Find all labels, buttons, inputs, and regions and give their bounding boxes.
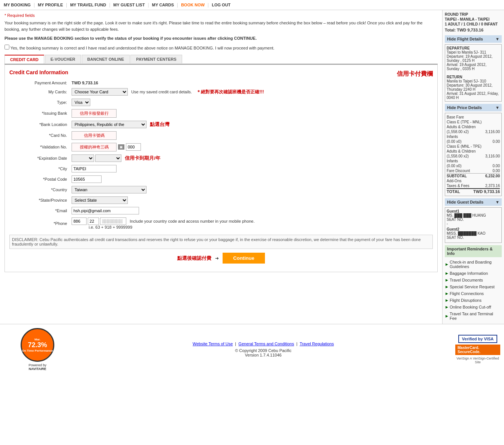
reminder-arrow-checkin: ▶ [446, 262, 448, 266]
reminder-flight-disruptions[interactable]: ▶ Flight Disruptions [445, 297, 502, 304]
expiry-cell: 信用卡到期月/年 [69, 153, 433, 163]
ontime-month: Mar. [34, 338, 40, 341]
issuing-bank-cn: 信用卡核發銀行 [72, 109, 117, 118]
tab-evoucher[interactable]: E-VOUCHER [45, 55, 81, 63]
reminders-section: Important Reminders & Info ▶ Check-in an… [445, 245, 502, 322]
payment-amount-label: Payment Amount: [9, 79, 69, 87]
reminder-flight-connections[interactable]: ▶ Flight Connections [445, 290, 502, 297]
reminder-travel-tax[interactable]: ▶ Travel Tax and Terminal Fee [445, 310, 502, 322]
email-label: *Email [9, 205, 69, 216]
bank-location-cell: Philippines, Republic of the 點選台灣 [69, 119, 433, 130]
email-input[interactable] [72, 207, 139, 214]
reminder-booking-cutoff[interactable]: ▶ Online Booking Cut-off [445, 304, 502, 310]
hide-flight-toggle[interactable]: Hide Flight Details ▼ [445, 35, 502, 43]
expiry-month-select[interactable] [72, 154, 94, 162]
validation-cn: 授權的神奇三碼 [72, 143, 117, 151]
postal-input[interactable] [72, 175, 102, 183]
reminder-connections-label: Flight Connections [450, 291, 484, 296]
footer-center: Website Terms of Use | General Terms and… [71, 342, 455, 357]
bank-location-select[interactable]: Philippines, Republic of the [72, 121, 147, 128]
tab-payment-centers[interactable]: PAYMENT CENTERS [130, 55, 182, 63]
cc-form-table: Payment Amount: TWD 9,733.16 My Cards: C… [9, 79, 433, 231]
nav-my-profile[interactable]: MY PROFILE [38, 3, 63, 7]
price-toggle-icon: ▼ [495, 105, 500, 110]
phone-label: *Phone [9, 216, 69, 231]
hide-price-toggle[interactable]: Hide Price Details ▼ [445, 104, 502, 111]
footer-copyright: © Copyright 2009 Cebu Pacific [71, 348, 455, 353]
departure-label: DEPARTURE [447, 46, 500, 50]
validation-label: *Validation No. [9, 141, 69, 153]
return-route: Manila to Taipei 5J- 310 [447, 79, 500, 83]
left-panel: * Required fields Your booking summary i… [0, 10, 442, 324]
cc-form-cn-title: 信用卡付費欄 [68, 70, 433, 78]
phone-country-input[interactable] [72, 217, 87, 225]
phone-number-input[interactable] [100, 217, 126, 225]
continue-area: 點選後確認付費 ➜ Continue [9, 253, 433, 264]
bank-location-cn: 點選台灣 [150, 121, 169, 127]
type-cell: Visa [69, 97, 433, 108]
nav-log-out[interactable]: LOG OUT [212, 3, 230, 7]
phone-area-input[interactable] [88, 217, 99, 225]
cvv-input[interactable] [126, 143, 141, 151]
issuing-bank-label: *Issuing Bank [9, 108, 69, 119]
reminder-arrow-travel-docs: ▶ [446, 278, 448, 282]
trip-passengers: 1 ADULT / 1 CHILD / 0 INFANT [445, 22, 502, 26]
reminder-checkin[interactable]: ▶ Check-in and Boarding Guidelines [445, 259, 502, 270]
guest2: Guest2 MISS. ███████ KAO SEAT NO. [447, 227, 500, 240]
trip-info: ROUND TRIP TAIPEI - MANILA - TAIPEI 1 AD… [445, 12, 502, 32]
footer-travel-reg-link[interactable]: Travel Regulations [300, 342, 334, 346]
nav-travel-fund[interactable]: MY TRAVEL FUND [70, 3, 106, 7]
footer: Mar. 72.3% On Time Performance Powered b… [0, 324, 504, 375]
city-label: *City [9, 163, 69, 174]
reminder-arrow-tax: ▶ [446, 314, 448, 318]
nav-my-booking[interactable]: MY BOOKING [4, 3, 31, 7]
verisign-badge: VeriSign A VeriSign-Certified Site [455, 357, 500, 364]
powered-by-label: Powered by [28, 363, 46, 367]
reminder-arrow-disruptions: ▶ [446, 298, 448, 302]
state-label: *State/Province [9, 195, 69, 205]
guest1: Guest1 MS. ███ ███ HUANG SEAT NO. - [447, 209, 500, 226]
ontime-label: On Time Performance [22, 349, 53, 352]
expiry-year-select[interactable] [95, 154, 121, 162]
my-cards-label: My Cards: [9, 87, 69, 97]
nav-book-now[interactable]: BOOK NOW [181, 3, 205, 7]
departure-route: Taipei to Manila 5J- 311 [447, 50, 500, 54]
trip-total: Total: TWD 9,733.16 [445, 28, 502, 32]
notice-text-2: Please use the MANAGE BOOKING section to… [4, 35, 438, 42]
reminders-title: Important Reminders & Info [445, 245, 502, 257]
state-select[interactable]: Select State [72, 196, 128, 204]
reminder-travel-docs-label: Travel Documents [450, 278, 483, 282]
tab-credit-card[interactable]: CREDIT CARD [4, 55, 44, 64]
price-details: Base Fare Class E (TPE - MNL) Adults & C… [445, 113, 502, 196]
ontime-badge: Mar. 72.3% On Time Performance [21, 328, 54, 362]
card-type-select[interactable]: Visa [72, 99, 90, 106]
verify-checkbox[interactable] [4, 45, 9, 49]
save-cards-label: Use my saved credit card details. [131, 90, 192, 94]
nav-guest-list[interactable]: MY GUEST LIST [113, 3, 145, 7]
country-select[interactable]: Taiwan [72, 186, 147, 193]
footer-terms-link[interactable]: Website Terms of Use [193, 342, 233, 346]
footer-general-terms-link[interactable]: General Terms and Conditions [238, 342, 294, 346]
my-cards-cell: Choose Your Card Use my saved credit car… [69, 87, 433, 97]
cn-cards-annotation: ＊絕對要再次確認班機是否正確!!! [196, 89, 264, 94]
reminder-special-service[interactable]: ▶ Special Service Request [445, 283, 502, 290]
reminder-arrow-cutoff: ▶ [446, 305, 448, 309]
phone-cell: Include your country code and access num… [69, 216, 433, 231]
reminder-arrow-connections: ▶ [446, 292, 448, 295]
payment-tabs: CREDIT CARD E-VOUCHER BANCNET ONLINE PAY… [4, 55, 438, 64]
continue-button[interactable]: Continue [223, 253, 265, 264]
reminder-baggage[interactable]: ▶ Baggage Information [445, 270, 502, 277]
reminder-travel-docs[interactable]: ▶ Travel Documents [445, 277, 502, 283]
reminder-disruptions-label: Flight Disruptions [450, 298, 482, 303]
ontime-pct: 72.3% [28, 341, 47, 349]
reminder-baggage-label: Baggage Information [450, 271, 488, 276]
tab-bancnet[interactable]: BANCNET ONLINE [82, 55, 130, 63]
hide-guest-label: Hide Guest Details [447, 200, 483, 204]
nav-my-cards[interactable]: MY CARDS [152, 3, 174, 7]
card-no-label: *Card No. [9, 130, 69, 141]
right-panel: ROUND TRIP TAIPEI - MANILA - TAIPEI 1 AD… [442, 10, 504, 324]
my-cards-select[interactable]: Choose Your Card [72, 88, 128, 96]
required-fields-label: * Required fields [4, 13, 438, 18]
city-input[interactable] [72, 165, 117, 172]
hide-guest-toggle[interactable]: Hide Guest Details ▼ [445, 198, 502, 206]
